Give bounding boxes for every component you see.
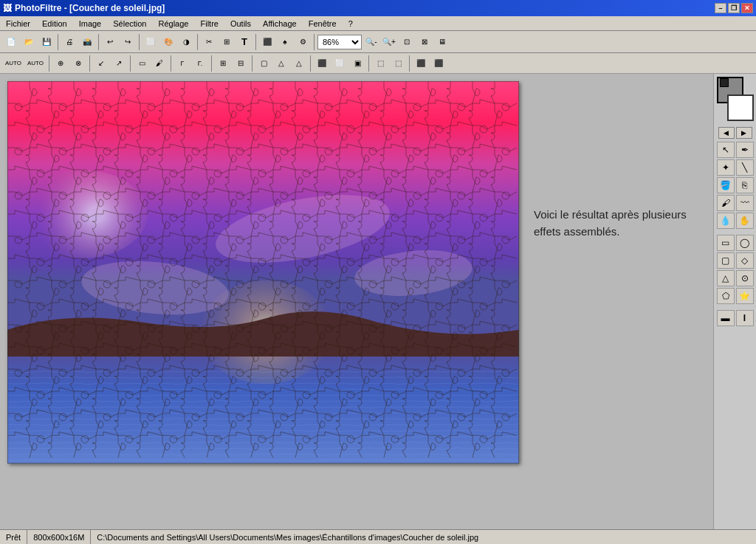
flip2-btn[interactable]: ⬚ xyxy=(390,55,406,72)
sep5 xyxy=(255,34,256,50)
cursor-tool[interactable]: ↖ xyxy=(717,142,735,158)
hand-tool[interactable]: ✋ xyxy=(736,213,754,229)
fullscreen-btn[interactable]: 🖥 xyxy=(434,34,450,50)
pen-tool[interactable]: ✒ xyxy=(736,142,754,158)
menu-image[interactable]: Image xyxy=(76,18,105,30)
sel-paint-btn[interactable]: 🖌 xyxy=(151,55,168,72)
new-button[interactable]: 📄 xyxy=(3,34,19,50)
titlebar-left: 🖼 PhotoFiltre - [Coucher de soleil.jpg] xyxy=(3,3,165,13)
resize-btn[interactable]: ⊞ xyxy=(219,34,235,50)
star-tool[interactable]: ⭐ xyxy=(736,288,754,304)
magic-wand-tool[interactable]: ✦ xyxy=(717,159,735,176)
titlebar: 🖼 PhotoFiltre - [Coucher de soleil.jpg] … xyxy=(0,0,756,16)
film-tool[interactable]: ▬ xyxy=(717,310,735,326)
background-color[interactable] xyxy=(727,94,754,121)
auto2-btn[interactable]: AUTO xyxy=(25,55,46,72)
plugin1-btn[interactable]: ⬛ xyxy=(259,34,275,50)
mini-foreground-color xyxy=(720,78,729,87)
restore-button[interactable]: ❐ xyxy=(728,3,740,13)
rect-tool[interactable]: ▭ xyxy=(717,235,735,251)
export1-btn[interactable]: ⬛ xyxy=(413,55,429,72)
contrast-btn[interactable]: ◑ xyxy=(178,34,194,50)
sel-rect-btn[interactable]: ▭ xyxy=(134,55,150,72)
menu-fichier[interactable]: Fichier xyxy=(3,18,33,30)
zoom-fit-btn[interactable]: ⊡ xyxy=(399,34,415,50)
polygon-tool[interactable]: ⬠ xyxy=(717,288,735,304)
ellipse-tool[interactable]: ◯ xyxy=(736,235,754,251)
sep7 xyxy=(49,55,49,72)
sep9 xyxy=(130,55,131,72)
frame2-btn[interactable]: △ xyxy=(273,55,289,72)
line-tool[interactable]: ╲ xyxy=(736,159,754,176)
export2-btn[interactable]: ⬛ xyxy=(430,55,447,72)
nav-arrows: ◀ ▶ xyxy=(718,127,752,139)
move1-btn[interactable]: ↙ xyxy=(93,55,109,72)
dropper-tool[interactable]: 💧 xyxy=(717,213,735,229)
sep11 xyxy=(211,55,212,72)
lasso-tool[interactable]: ⊙ xyxy=(736,270,754,286)
triangle-tool[interactable]: △ xyxy=(717,270,735,286)
text2-tool[interactable]: I xyxy=(736,310,754,326)
menu-edition[interactable]: Edition xyxy=(39,18,70,30)
sep10 xyxy=(171,55,171,72)
undo-button[interactable]: ↩ xyxy=(102,34,118,50)
menubar: Fichier Edition Image Sélection Réglage … xyxy=(0,16,756,31)
close-button[interactable]: ✕ xyxy=(741,3,753,13)
auto1-btn[interactable]: AUTO xyxy=(3,55,24,72)
select2-btn[interactable]: ⊗ xyxy=(70,55,86,72)
effect1-btn[interactable]: ⬛ xyxy=(314,55,330,72)
redo-button[interactable]: ↪ xyxy=(120,34,136,50)
zoom-out-btn[interactable]: 🔍- xyxy=(363,34,379,50)
frame3-btn[interactable]: △ xyxy=(291,55,307,72)
next-arrow[interactable]: ▶ xyxy=(736,127,752,139)
menu-fenetre[interactable]: Fenêtre xyxy=(306,18,340,30)
menu-filtre[interactable]: Filtre xyxy=(197,18,221,30)
prev-arrow[interactable]: ◀ xyxy=(718,127,735,139)
anchor2-btn[interactable]: Γ. xyxy=(192,55,208,72)
anchor1-btn[interactable]: Γ xyxy=(174,55,190,72)
crop-btn[interactable]: ✂ xyxy=(201,34,217,50)
sep14 xyxy=(368,55,369,72)
menu-reglage[interactable]: Réglage xyxy=(156,18,192,30)
open-button[interactable]: 📂 xyxy=(21,34,37,50)
shape-row-4: ⬠ ⭐ xyxy=(717,288,754,304)
effect2-btn[interactable]: ⬜ xyxy=(331,55,348,72)
toolbar1: 📄 📂 💾 🖨 📸 ↩ ↪ ⬜ 🎨 ◑ ✂ ⊞ T ⬛ ♠ ⚙ 86% 50% … xyxy=(0,31,756,53)
move2-btn[interactable]: ↗ xyxy=(111,55,127,72)
grid1-btn[interactable]: ⊞ xyxy=(215,55,231,72)
menu-selection[interactable]: Sélection xyxy=(110,18,149,30)
flip1-btn[interactable]: ⬚ xyxy=(372,55,388,72)
diamond-tool[interactable]: ◇ xyxy=(736,252,754,269)
sep2 xyxy=(98,34,99,50)
menu-outils[interactable]: Outils xyxy=(227,18,254,30)
print-button[interactable]: 🖨 xyxy=(61,34,78,50)
menu-affichage[interactable]: Affichage xyxy=(260,18,300,30)
grid2-btn[interactable]: ⊟ xyxy=(233,55,249,72)
zoom-actual-btn[interactable]: ⊠ xyxy=(416,34,433,50)
clone-tool[interactable]: ⎘ xyxy=(736,177,754,193)
save-button[interactable]: 💾 xyxy=(38,34,55,50)
sep8 xyxy=(89,55,90,72)
copy-button[interactable]: ⬜ xyxy=(142,34,159,50)
zoom-in-btn[interactable]: 🔍+ xyxy=(381,34,397,50)
smudge-tool[interactable]: 〰 xyxy=(736,195,754,211)
sep3 xyxy=(139,34,140,50)
rounded-rect-tool[interactable]: ▢ xyxy=(717,252,735,269)
menu-help[interactable]: ? xyxy=(346,18,356,30)
plugin3-btn[interactable]: ⚙ xyxy=(295,34,311,50)
select1-btn[interactable]: ⊕ xyxy=(52,55,69,72)
dimensions-text: 800x600x16M xyxy=(33,533,84,542)
minimize-button[interactable]: – xyxy=(715,3,726,13)
color-btn[interactable]: 🎨 xyxy=(160,34,176,50)
effect3-btn[interactable]: ▣ xyxy=(349,55,365,72)
sep15 xyxy=(409,55,410,72)
text-btn[interactable]: T xyxy=(236,34,252,50)
plugin2-btn[interactable]: ♠ xyxy=(277,34,293,50)
heal-tool[interactable]: 🖌 xyxy=(717,195,735,211)
bucket-tool[interactable]: 🪣 xyxy=(717,177,735,193)
annotation-text: Voici le résultat après plusieurs effets… xyxy=(534,207,704,240)
zoom-select[interactable]: 86% 50% 75% 100% 150% xyxy=(317,35,362,49)
capture-button[interactable]: 📸 xyxy=(79,34,95,50)
frame1-btn[interactable]: ▢ xyxy=(255,55,272,72)
canvas-area[interactable]: Voici le résultat après plusieurs effets… xyxy=(0,74,713,529)
